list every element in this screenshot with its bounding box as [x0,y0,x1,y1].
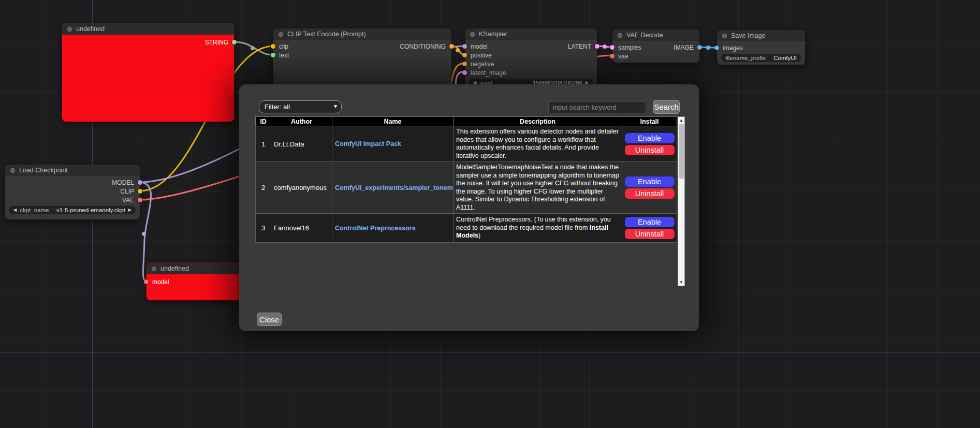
output-slot-model[interactable] [138,180,142,185]
scroll-thumb[interactable] [679,124,684,179]
extension-link[interactable]: ControlNet Preprocessors [335,225,416,232]
node-vae-decode[interactable]: VAE Decode samples IMAGE vae [612,29,699,63]
node-title: CLIP Text Encode (Prompt) [287,31,366,38]
link-dot [251,46,255,50]
node-body: MODEL CLIP VAE ◀ ckpt_name v1-5-pruned-e… [5,176,140,219]
input-slot-latent-image[interactable] [462,70,467,75]
ckpt-name-widget[interactable]: ◀ ckpt_name v1-5-pruned-emaonly.ckpt ▶ [9,206,136,214]
scroll-up-icon[interactable]: ▲ [678,117,684,124]
slot-label-model: model [152,278,169,286]
node-header[interactable]: VAE Decode [612,29,699,41]
uninstall-button[interactable]: Uninstall [625,229,675,239]
extension-table: ID Author Name Description Install 1 Dr.… [255,116,677,243]
input-slot-negative[interactable] [462,62,467,66]
comfyui-canvas[interactable]: undefined STRING CLIP Text Encode (Promp… [0,0,980,428]
cell-author: comfyanonymous [271,162,332,214]
node-title: Save Image [731,32,766,39]
cell-author: Fannovel16 [271,214,332,243]
uninstall-button[interactable]: Uninstall [625,145,675,155]
collapse-dot-icon[interactable] [152,267,156,271]
slot-label-image: IMAGE [674,44,694,51]
link-dot [142,232,146,236]
widget-label: ckpt_name [20,207,49,213]
output-slot-latent[interactable] [595,44,599,49]
search-button[interactable]: Search [653,100,680,114]
node-header[interactable]: CLIP Text Encode (Prompt) [273,28,451,40]
output-slot-clip[interactable] [138,189,142,194]
manager-dialog: Filter: all ▾ Search ID Author Name Desc… [239,84,699,331]
node-header[interactable]: KSampler [465,28,597,40]
widget-value: ComfyUI [773,55,797,61]
output-slot-image[interactable] [697,45,702,50]
cell-install: Enable Uninstall [622,126,677,162]
input-slot-model[interactable] [462,44,467,49]
input-slot-vae[interactable] [610,54,615,58]
table-header-row: ID Author Name Description Install [256,117,677,126]
filename-prefix-widget[interactable]: filename_prefix ComfyUI [721,54,801,62]
column-header-author: Author [271,117,332,126]
slot-label-clip: clip [279,43,288,50]
extension-link[interactable]: ComfyUI_experiments/sampler_tonemap [335,184,454,191]
slot-label-clip: CLIP [120,188,134,195]
node-undefined-top[interactable]: undefined STRING [62,23,234,122]
input-slot-model[interactable] [144,279,149,284]
collapse-dot-icon[interactable] [67,27,72,32]
slot-label-images: images [723,45,743,52]
node-clip-text-encode[interactable]: CLIP Text Encode (Prompt) clip CONDITION… [273,28,451,88]
link-dot [706,46,710,50]
slot-label-vae: VAE [122,197,134,204]
widget-increment-icon[interactable]: ▶ [128,206,131,214]
table-scrollbar[interactable]: ▲ ▼ [678,116,685,286]
node-ksampler[interactable]: KSampler model LATENT positive negative [465,28,597,88]
cell-name: ComfyUI_experiments/sampler_tonemap [332,162,454,214]
output-slot-string[interactable] [232,40,237,45]
enable-button[interactable]: Enable [625,217,675,227]
extension-link[interactable]: ComfyUI Impact Pack [335,140,401,147]
collapse-dot-icon[interactable] [722,34,727,38]
node-header[interactable]: undefined [62,23,234,35]
table-row: 2 comfyanonymous ComfyUI_experiments/sam… [256,162,677,214]
cell-description: ControlNet Preprocessors. (To use this e… [454,214,622,243]
output-slot-conditioning[interactable] [449,44,454,49]
scroll-down-icon[interactable]: ▼ [678,279,684,286]
slot-label-conditioning: CONDITIONING [400,43,446,50]
node-title: KSampler [479,31,507,38]
slot-label-negative: negative [471,61,494,68]
cell-install: Enable Uninstall [622,214,677,243]
collapse-dot-icon[interactable] [279,32,283,37]
collapse-dot-icon[interactable] [618,33,622,38]
node-title: undefined [76,25,105,33]
input-slot-clip[interactable] [271,44,275,49]
slot-label-samples: samples [618,44,641,51]
slot-label-model: model [471,43,488,50]
input-slot-text[interactable] [271,53,275,57]
uninstall-button[interactable]: Uninstall [625,188,675,199]
node-body: model LATENT positive negative latent_im… [465,40,597,88]
link-dot [603,45,607,49]
enable-button[interactable]: Enable [625,133,675,143]
node-load-checkpoint[interactable]: Load Checkpoint MODEL CLIP VAE ◀ ckpt_na… [5,165,140,219]
node-header[interactable]: Load Checkpoint [5,165,140,176]
slot-label-string: STRING [205,39,228,46]
output-slot-vae[interactable] [138,198,142,202]
collapse-dot-icon[interactable] [470,32,475,37]
widget-decrement-icon[interactable]: ◀ [13,206,17,214]
input-slot-samples[interactable] [610,45,615,50]
search-input[interactable] [548,101,646,113]
node-header[interactable]: Save Image [717,30,805,41]
cell-description: ModelSamplerTonemapNoiseTest a node that… [454,162,622,214]
slot-label-vae: vae [618,53,628,60]
input-slot-positive[interactable] [462,53,467,57]
input-slot-images[interactable] [714,46,719,50]
node-title: undefined [160,265,189,272]
close-button[interactable]: Close [257,313,282,326]
node-save-image[interactable]: Save Image images filename_prefix ComfyU… [717,30,805,65]
filter-select[interactable]: Filter: all [259,100,342,113]
cell-author: Dr.Lt.Data [271,126,332,162]
slot-label-text: text [279,52,289,59]
extension-table-area: ID Author Name Description Install 1 Dr.… [255,116,685,286]
enable-button[interactable]: Enable [625,176,675,187]
description-text: ModelSamplerTonemapNoiseTest a node that… [456,164,619,211]
collapse-dot-icon[interactable] [10,168,15,173]
cell-name: ControlNet Preprocessors [332,214,454,243]
